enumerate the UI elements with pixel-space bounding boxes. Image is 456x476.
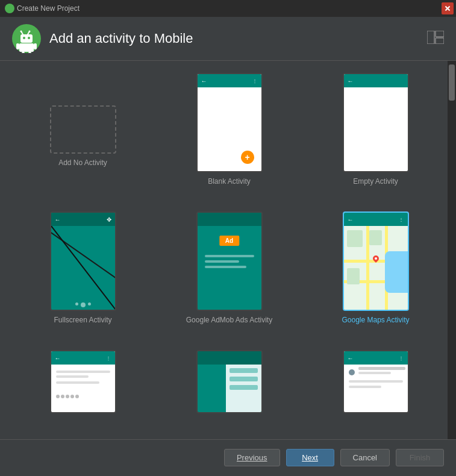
cancel-button[interactable]: Cancel — [340, 449, 390, 466]
activity-card-admob[interactable]: Ad Google AdMob Ads Activity — [161, 211, 298, 338]
back-arrow-icon: ← — [348, 355, 354, 362]
activity-card-empty[interactable]: ← Empty Activity — [307, 73, 444, 199]
fullscreen-activity-label: Fullscreen Activity — [54, 316, 111, 324]
scrollbar[interactable] — [448, 61, 456, 439]
app-icon — [5, 4, 14, 13]
navdrawer-preview — [196, 350, 263, 413]
activity-card-login[interactable]: ← ⋮ — [14, 350, 151, 413]
activity-card-blank[interactable]: ← ⋮ + Blank Activity — [161, 73, 298, 199]
activity-card-settings[interactable]: ← ⋮ — [307, 350, 444, 413]
svg-rect-1 — [20, 34, 33, 43]
activity-card-maps[interactable]: ← ⋮ — [307, 211, 444, 338]
svg-point-3 — [20, 31, 22, 33]
menu-dots-icon: ⋮ — [399, 217, 404, 222]
back-arrow-icon: ← — [348, 216, 354, 223]
title-bar: Create New Project — [0, 0, 456, 17]
dialog-title: Add an activity to Mobile — [49, 31, 193, 46]
menu-dots-icon: ⋮ — [106, 355, 111, 361]
bottom-bar: Previous Next Cancel Finish — [0, 439, 456, 475]
main-content: Add No Activity ← ⋮ + Blank Activity — [0, 61, 456, 439]
svg-rect-12 — [34, 43, 37, 49]
activity-card-fullscreen[interactable]: ← ✥ Fullscreen Activity — [14, 211, 151, 338]
empty-activity-label: Empty Activity — [353, 177, 398, 186]
back-arrow-icon: ← — [55, 355, 61, 362]
ad-label: Ad — [219, 236, 239, 246]
svg-point-7 — [28, 37, 30, 39]
layout-icon — [427, 31, 444, 47]
blank-activity-label: Blank Activity — [208, 177, 251, 186]
nav-dot — [75, 302, 78, 305]
svg-point-5 — [29, 31, 31, 33]
svg-rect-11 — [16, 43, 19, 49]
blank-preview: ← ⋮ + — [196, 73, 263, 172]
back-arrow-icon: ← — [201, 78, 207, 84]
nav-home — [81, 302, 86, 307]
nav-dot — [88, 302, 91, 305]
menu-dots-icon: ⋮ — [252, 78, 258, 84]
activity-card-navdrawer[interactable] — [161, 350, 298, 413]
back-arrow-icon: ← — [348, 78, 354, 84]
back-arrow-icon: ← — [55, 216, 61, 223]
svg-rect-15 — [436, 38, 444, 44]
menu-dots-icon: ⋮ — [399, 355, 404, 361]
login-preview: ← ⋮ — [50, 350, 116, 413]
settings-avatar — [349, 369, 355, 375]
svg-rect-8 — [19, 43, 34, 52]
activity-grid: Add No Activity ← ⋮ + Blank Activity — [0, 61, 456, 439]
svg-point-6 — [23, 37, 25, 39]
expand-icon: ✥ — [107, 216, 111, 223]
dialog-header: Add an activity to Mobile — [0, 17, 456, 61]
maps-preview: ← ⋮ — [343, 211, 409, 311]
admob-activity-label: Google AdMob Ads Activity — [186, 316, 272, 324]
admob-preview: Ad — [196, 211, 263, 311]
maps-activity-label: Google Maps Activity — [342, 316, 409, 324]
svg-rect-13 — [427, 31, 434, 44]
svg-line-16 — [51, 226, 115, 310]
next-button[interactable]: Next — [286, 449, 334, 466]
fab-icon: + — [241, 151, 254, 164]
empty-preview: ← — [343, 73, 409, 172]
scrollbar-thumb[interactable] — [449, 64, 455, 101]
previous-button[interactable]: Previous — [224, 449, 280, 466]
android-logo — [12, 24, 41, 53]
no-activity-preview — [50, 105, 116, 154]
title-bar-text: Create New Project — [17, 4, 80, 13]
finish-button[interactable]: Finish — [396, 449, 444, 466]
close-button[interactable] — [442, 2, 454, 14]
activity-card-no-activity[interactable]: Add No Activity — [14, 73, 151, 199]
settings-preview: ← ⋮ — [343, 350, 409, 413]
no-activity-label: Add No Activity — [58, 158, 107, 167]
svg-rect-14 — [436, 31, 444, 37]
fullscreen-preview: ← ✥ — [50, 211, 116, 311]
